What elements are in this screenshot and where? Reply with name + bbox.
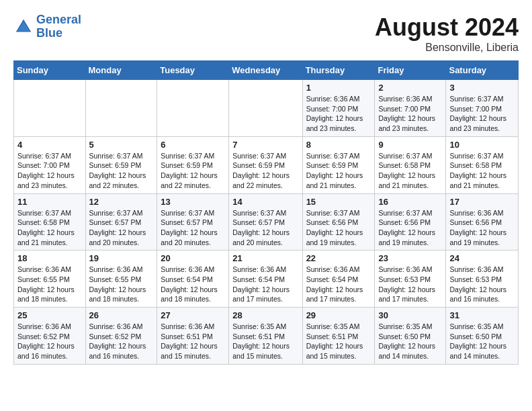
day-info: Sunrise: 6:37 AM Sunset: 6:58 PM Dayligh… — [449, 151, 515, 191]
day-info: Sunrise: 6:37 AM Sunset: 6:59 PM Dayligh… — [306, 151, 371, 191]
calendar-cell: 4Sunrise: 6:37 AM Sunset: 7:00 PM Daylig… — [14, 136, 86, 193]
weekday-header-sunday: Sunday — [14, 61, 86, 80]
calendar-cell — [14, 80, 86, 137]
day-info: Sunrise: 6:37 AM Sunset: 6:58 PM Dayligh… — [378, 151, 442, 191]
day-info: Sunrise: 6:37 AM Sunset: 6:59 PM Dayligh… — [232, 151, 298, 191]
calendar-cell: 14Sunrise: 6:37 AM Sunset: 6:57 PM Dayli… — [229, 193, 302, 250]
day-info: Sunrise: 6:36 AM Sunset: 6:52 PM Dayligh… — [17, 322, 82, 361]
day-number: 24 — [449, 253, 515, 263]
day-number: 19 — [89, 253, 154, 263]
calendar-cell: 20Sunrise: 6:36 AM Sunset: 6:54 PM Dayli… — [157, 250, 229, 308]
month-year: August 2024 — [375, 13, 519, 42]
logo-text: General Blue — [36, 13, 81, 40]
week-row-3: 11Sunrise: 6:37 AM Sunset: 6:58 PM Dayli… — [14, 193, 519, 250]
calendar-cell: 28Sunrise: 6:35 AM Sunset: 6:51 PM Dayli… — [229, 308, 302, 365]
day-number: 26 — [89, 310, 154, 320]
page-header: General Blue August 2024 Bensonville, Li… — [13, 13, 519, 54]
calendar-cell: 12Sunrise: 6:37 AM Sunset: 6:57 PM Dayli… — [85, 193, 157, 250]
day-info: Sunrise: 6:35 AM Sunset: 6:50 PM Dayligh… — [378, 322, 442, 361]
day-info: Sunrise: 6:35 AM Sunset: 6:51 PM Dayligh… — [306, 322, 371, 361]
weekday-header-row: SundayMondayTuesdayWednesdayThursdayFrid… — [14, 61, 519, 80]
calendar-cell: 17Sunrise: 6:36 AM Sunset: 6:56 PM Dayli… — [446, 193, 519, 250]
day-info: Sunrise: 6:36 AM Sunset: 6:52 PM Dayligh… — [89, 322, 154, 361]
calendar-cell: 5Sunrise: 6:37 AM Sunset: 6:59 PM Daylig… — [85, 136, 157, 193]
week-row-5: 25Sunrise: 6:36 AM Sunset: 6:52 PM Dayli… — [14, 308, 519, 365]
calendar-cell: 24Sunrise: 6:36 AM Sunset: 6:53 PM Dayli… — [446, 250, 519, 308]
day-number: 5 — [89, 140, 154, 150]
week-row-1: 1Sunrise: 6:36 AM Sunset: 7:00 PM Daylig… — [14, 80, 519, 137]
day-number: 8 — [306, 140, 371, 150]
week-row-4: 18Sunrise: 6:36 AM Sunset: 6:55 PM Dayli… — [14, 250, 519, 308]
day-info: Sunrise: 6:36 AM Sunset: 6:53 PM Dayligh… — [378, 265, 442, 304]
day-number: 21 — [232, 253, 298, 263]
day-number: 30 — [378, 310, 442, 320]
weekday-header-tuesday: Tuesday — [157, 61, 229, 80]
day-number: 13 — [161, 197, 225, 207]
day-info: Sunrise: 6:37 AM Sunset: 7:00 PM Dayligh… — [17, 151, 82, 191]
day-number: 22 — [306, 253, 371, 263]
day-info: Sunrise: 6:37 AM Sunset: 6:56 PM Dayligh… — [378, 208, 442, 248]
day-number: 31 — [449, 310, 515, 320]
calendar-table: SundayMondayTuesdayWednesdayThursdayFrid… — [13, 60, 519, 365]
weekday-header-monday: Monday — [85, 61, 157, 80]
day-info: Sunrise: 6:37 AM Sunset: 6:59 PM Dayligh… — [161, 151, 225, 191]
day-info: Sunrise: 6:37 AM Sunset: 6:58 PM Dayligh… — [17, 208, 82, 248]
calendar-cell: 11Sunrise: 6:37 AM Sunset: 6:58 PM Dayli… — [14, 193, 86, 250]
day-number: 15 — [306, 197, 371, 207]
day-info: Sunrise: 6:37 AM Sunset: 6:59 PM Dayligh… — [89, 151, 154, 191]
day-info: Sunrise: 6:37 AM Sunset: 6:56 PM Dayligh… — [306, 208, 371, 248]
day-number: 1 — [306, 83, 371, 93]
day-info: Sunrise: 6:37 AM Sunset: 6:57 PM Dayligh… — [232, 208, 298, 248]
calendar-cell — [85, 80, 157, 137]
day-info: Sunrise: 6:37 AM Sunset: 6:57 PM Dayligh… — [161, 208, 225, 248]
day-number: 27 — [161, 310, 225, 320]
day-number: 25 — [17, 310, 82, 320]
day-number: 4 — [17, 140, 82, 150]
weekday-header-thursday: Thursday — [302, 61, 375, 80]
day-number: 14 — [232, 197, 298, 207]
day-number: 28 — [232, 310, 298, 320]
calendar-cell: 9Sunrise: 6:37 AM Sunset: 6:58 PM Daylig… — [375, 136, 446, 193]
calendar-cell: 13Sunrise: 6:37 AM Sunset: 6:57 PM Dayli… — [157, 193, 229, 250]
day-info: Sunrise: 6:36 AM Sunset: 6:54 PM Dayligh… — [306, 265, 371, 304]
day-number: 6 — [161, 140, 225, 150]
day-info: Sunrise: 6:37 AM Sunset: 6:57 PM Dayligh… — [89, 208, 154, 248]
day-info: Sunrise: 6:36 AM Sunset: 6:56 PM Dayligh… — [449, 208, 515, 248]
weekday-header-wednesday: Wednesday — [229, 61, 302, 80]
calendar-cell: 30Sunrise: 6:35 AM Sunset: 6:50 PM Dayli… — [375, 308, 446, 365]
calendar-cell: 31Sunrise: 6:35 AM Sunset: 6:50 PM Dayli… — [446, 308, 519, 365]
day-number: 10 — [449, 140, 515, 150]
day-info: Sunrise: 6:36 AM Sunset: 7:00 PM Dayligh… — [306, 94, 371, 134]
calendar-cell: 3Sunrise: 6:37 AM Sunset: 7:00 PM Daylig… — [446, 80, 519, 137]
logo-icon — [13, 17, 34, 37]
day-number: 2 — [378, 83, 442, 93]
day-info: Sunrise: 6:37 AM Sunset: 7:00 PM Dayligh… — [449, 94, 515, 134]
calendar-cell: 15Sunrise: 6:37 AM Sunset: 6:56 PM Dayli… — [302, 193, 375, 250]
calendar-cell: 23Sunrise: 6:36 AM Sunset: 6:53 PM Dayli… — [375, 250, 446, 308]
calendar-cell: 18Sunrise: 6:36 AM Sunset: 6:55 PM Dayli… — [14, 250, 86, 308]
day-info: Sunrise: 6:36 AM Sunset: 6:53 PM Dayligh… — [449, 265, 515, 304]
day-number: 29 — [306, 310, 371, 320]
day-number: 17 — [449, 197, 515, 207]
calendar-cell: 8Sunrise: 6:37 AM Sunset: 6:59 PM Daylig… — [302, 136, 375, 193]
day-number: 7 — [232, 140, 298, 150]
day-info: Sunrise: 6:36 AM Sunset: 7:00 PM Dayligh… — [378, 94, 442, 134]
calendar-cell: 29Sunrise: 6:35 AM Sunset: 6:51 PM Dayli… — [302, 308, 375, 365]
calendar-cell: 27Sunrise: 6:36 AM Sunset: 6:51 PM Dayli… — [157, 308, 229, 365]
calendar-cell: 6Sunrise: 6:37 AM Sunset: 6:59 PM Daylig… — [157, 136, 229, 193]
location: Bensonville, Liberia — [375, 42, 519, 54]
day-number: 20 — [161, 253, 225, 263]
logo: General Blue — [13, 13, 81, 40]
day-info: Sunrise: 6:36 AM Sunset: 6:55 PM Dayligh… — [17, 265, 82, 304]
calendar-cell: 1Sunrise: 6:36 AM Sunset: 7:00 PM Daylig… — [302, 80, 375, 137]
calendar-cell: 2Sunrise: 6:36 AM Sunset: 7:00 PM Daylig… — [375, 80, 446, 137]
day-number: 3 — [449, 83, 515, 93]
calendar-cell: 21Sunrise: 6:36 AM Sunset: 6:54 PM Dayli… — [229, 250, 302, 308]
day-info: Sunrise: 6:36 AM Sunset: 6:54 PM Dayligh… — [161, 265, 225, 304]
calendar-cell: 10Sunrise: 6:37 AM Sunset: 6:58 PM Dayli… — [446, 136, 519, 193]
calendar-cell: 19Sunrise: 6:36 AM Sunset: 6:55 PM Dayli… — [85, 250, 157, 308]
calendar-cell: 26Sunrise: 6:36 AM Sunset: 6:52 PM Dayli… — [85, 308, 157, 365]
calendar-cell: 22Sunrise: 6:36 AM Sunset: 6:54 PM Dayli… — [302, 250, 375, 308]
day-number: 9 — [378, 140, 442, 150]
calendar-cell: 7Sunrise: 6:37 AM Sunset: 6:59 PM Daylig… — [229, 136, 302, 193]
